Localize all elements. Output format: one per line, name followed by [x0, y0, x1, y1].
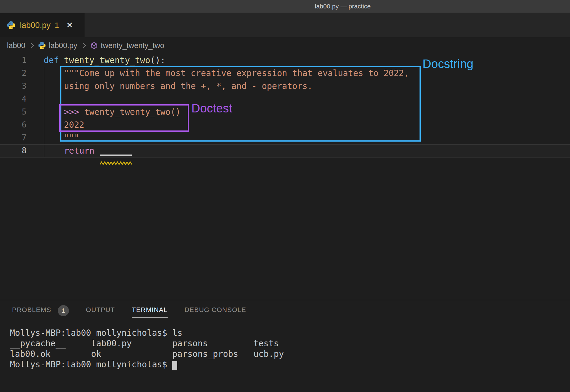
- breadcrumb-label: lab00.py: [49, 41, 77, 50]
- editor-tab-lab00[interactable]: lab00.py 1 ✕: [0, 13, 85, 37]
- panel-tab-terminal[interactable]: TERMINAL: [132, 306, 168, 318]
- python-icon: [7, 21, 16, 30]
- code-token: [44, 133, 64, 143]
- code-line[interactable]: [0, 93, 570, 106]
- code-token: return: [64, 146, 99, 156]
- terminal-line: __pycache__ lab00.py parsons tests: [10, 338, 284, 349]
- panel-tab-label: PROBLEMS: [12, 306, 51, 318]
- panel-tab-bar: PROBLEMS1OUTPUTTERMINALDEBUG CONSOLE: [0, 300, 570, 318]
- terminal-line: Mollys-MBP:lab00 mollynicholas$ ls: [10, 328, 284, 338]
- code-token: """: [64, 133, 79, 143]
- code-token: [44, 81, 64, 91]
- doctest-annotation-label: Doctest: [191, 102, 232, 115]
- code-token: def: [44, 55, 64, 65]
- warning-squiggle-icon: [100, 156, 132, 159]
- code-token: [44, 107, 64, 117]
- vscode-window: lab00.py — practice lab00.py 1 ✕ lab00la…: [0, 0, 570, 392]
- code-token: [44, 68, 64, 78]
- code-token: [44, 146, 64, 156]
- problems-count-badge: 1: [58, 305, 69, 316]
- code-token: ():: [150, 55, 166, 65]
- close-icon[interactable]: ✕: [66, 21, 73, 29]
- panel-tab-label: OUTPUT: [86, 306, 115, 318]
- chevron-right-icon: [29, 43, 34, 48]
- panel-tab-label: TERMINAL: [132, 306, 168, 318]
- chevron-right-icon: [81, 43, 86, 48]
- code-token: """Come up with the most creative expres…: [64, 68, 409, 78]
- terminal[interactable]: Mollys-MBP:lab00 mollynicholas$ ls__pyca…: [10, 328, 284, 370]
- breadcrumb-label: twenty_twenty_two: [101, 41, 164, 50]
- bottom-panel: PROBLEMS1OUTPUTTERMINALDEBUG CONSOLE Mol…: [0, 300, 570, 392]
- code-token: using only numbers and the +, *, and - o…: [64, 81, 312, 91]
- code-editor[interactable]: 12345678 def twenty_twenty_two(): """Com…: [0, 54, 570, 300]
- docstring-annotation-label: Docstring: [423, 57, 473, 71]
- window-title: lab00.py — practice: [315, 0, 371, 13]
- panel-tab-output[interactable]: OUTPUT: [86, 306, 115, 318]
- code-line[interactable]: 2022: [0, 118, 570, 131]
- python-icon: [38, 41, 46, 50]
- breadcrumb-item-lab00[interactable]: lab00: [7, 41, 25, 50]
- breadcrumb-label: lab00: [7, 41, 25, 50]
- code-line[interactable]: """: [0, 131, 570, 144]
- terminal-cursor: [172, 361, 177, 370]
- code-line[interactable]: return: [0, 144, 570, 157]
- tab-problem-count: 1: [55, 21, 59, 30]
- editor-tab-strip: lab00.py 1 ✕: [0, 13, 570, 37]
- code-token: twenty_twenty_two(): [84, 107, 181, 117]
- terminal-line: Mollys-MBP:lab00 mollynicholas$: [10, 359, 284, 370]
- panel-tab-debug-console[interactable]: DEBUG CONSOLE: [184, 306, 246, 318]
- code-line[interactable]: def twenty_twenty_two():: [0, 54, 570, 67]
- code-lines: def twenty_twenty_two(): """Come up with…: [0, 54, 570, 157]
- code-token: twenty_twenty_two: [64, 55, 150, 65]
- code-token: 2022: [64, 120, 84, 130]
- code-line[interactable]: using only numbers and the +, *, and - o…: [0, 80, 570, 93]
- code-line[interactable]: """Come up with the most creative expres…: [0, 67, 570, 80]
- code-token: >>>: [64, 107, 84, 117]
- panel-tab-problems[interactable]: PROBLEMS1: [12, 305, 69, 319]
- breadcrumb-item-twenty_twenty_two[interactable]: twenty_twenty_two: [90, 41, 164, 50]
- breadcrumb-item-lab00.py[interactable]: lab00.py: [38, 41, 77, 50]
- code-line[interactable]: >>> twenty_twenty_two(): [0, 106, 570, 118]
- panel-tab-label: DEBUG CONSOLE: [184, 306, 246, 318]
- title-bar: lab00.py — practice: [0, 0, 570, 13]
- breadcrumb: lab00lab00.pytwenty_twenty_two: [0, 37, 570, 54]
- symbol-cube-icon: [90, 41, 98, 50]
- terminal-line: lab00.ok ok parsons_probs ucb.py: [10, 349, 284, 359]
- tab-filename: lab00.py: [20, 21, 51, 30]
- code-token: [44, 120, 64, 130]
